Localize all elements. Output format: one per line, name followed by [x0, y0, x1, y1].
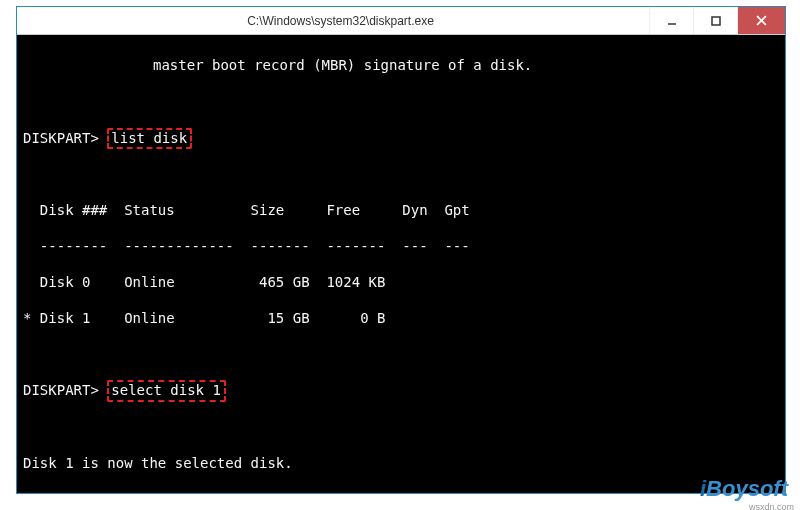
app-icon [17, 7, 32, 35]
blank-line [23, 419, 779, 437]
terminal[interactable]: master boot record (MBR) signature of a … [17, 35, 785, 493]
disk-table-divider: -------- ------------- ------- ------- -… [23, 238, 779, 256]
prompt: DISKPART> [23, 130, 99, 146]
prompt: DISKPART> [23, 382, 99, 398]
prompt-line-1: DISKPART> list disk [23, 129, 779, 149]
blank-line [23, 345, 779, 363]
watermark-logo: iBoysoft [700, 476, 788, 502]
context-line: master boot record (MBR) signature of a … [23, 57, 779, 75]
blank-line [23, 166, 779, 184]
svg-rect-1 [712, 17, 720, 25]
window-title: C:\Windows\system32\diskpart.exe [32, 14, 649, 28]
cmd-select-disk: select disk 1 [107, 380, 226, 402]
source-hint: wsxdn.com [749, 502, 794, 510]
disk-row-1: * Disk 1 Online 15 GB 0 B [23, 310, 779, 328]
cmd-list-disk: list disk [107, 128, 192, 150]
blank-line [23, 93, 779, 111]
maximize-button[interactable] [693, 7, 737, 34]
close-button[interactable] [737, 7, 785, 34]
app-window: C:\Windows\system32\diskpart.exe master … [16, 6, 786, 494]
disk-table-header: Disk ### Status Size Free Dyn Gpt [23, 202, 779, 220]
msg-selected: Disk 1 is now the selected disk. [23, 455, 779, 473]
disk-row-0: Disk 0 Online 465 GB 1024 KB [23, 274, 779, 292]
minimize-button[interactable] [649, 7, 693, 34]
window-controls [649, 7, 785, 34]
prompt-line-2: DISKPART> select disk 1 [23, 381, 779, 401]
blank-line [23, 491, 779, 493]
titlebar[interactable]: C:\Windows\system32\diskpart.exe [17, 7, 785, 35]
